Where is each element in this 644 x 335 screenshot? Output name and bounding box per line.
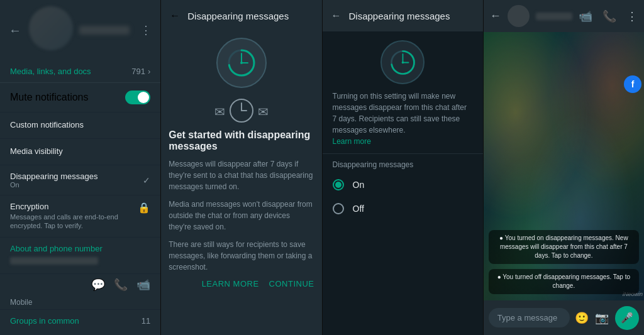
contact-info-panel: ← ⋮ Media, links, and docs 791 › Mute no… bbox=[0, 0, 161, 335]
about-phone-label: About and phone number bbox=[10, 244, 150, 253]
intro-para1: Messages will disappear after 7 days if … bbox=[169, 158, 314, 192]
disappearing-settings-header: ← Disappearing messages bbox=[323, 0, 483, 31]
disappearing-intro-header: ← Disappearing messages bbox=[161, 0, 321, 31]
more-options-icon[interactable]: ⋮ bbox=[140, 23, 152, 37]
contact-info-header: ← ⋮ bbox=[0, 0, 160, 60]
illustration-row: ✉ ✉ bbox=[161, 94, 321, 129]
disappearing-messages-row[interactable]: Disappearing messages On ✓ bbox=[0, 165, 160, 195]
disappearing-intro-content: ✉ ✉ Get started with disappearing messag… bbox=[161, 31, 321, 335]
about-phone-section[interactable]: About and phone number bbox=[0, 238, 160, 274]
intro-para2: Media and messages won't disappear from … bbox=[169, 199, 314, 233]
left-illus-icon: ✉ bbox=[214, 104, 225, 119]
chat-input-bar: Type a message 🙂 📷 🎤 bbox=[484, 300, 644, 335]
mobile-label: Mobile bbox=[0, 295, 160, 309]
disappearing-settings-panel: ← Disappearing messages Turning on this … bbox=[323, 0, 484, 335]
chat-contact-name bbox=[536, 13, 572, 20]
chat-background: ● You turned on disappearing messages. N… bbox=[484, 31, 644, 300]
message-icon[interactable]: 💬 bbox=[91, 278, 105, 292]
settings-description: Turning on this setting will make new me… bbox=[323, 91, 483, 154]
voice-call-icon[interactable]: 📞 bbox=[602, 9, 616, 23]
disappearing-intro-panel: ← Disappearing messages ✉ ✉ bbox=[161, 0, 322, 335]
radio-on-circle[interactable] bbox=[333, 179, 344, 190]
contact-name-blur bbox=[79, 26, 130, 35]
video-icon[interactable]: 📹 bbox=[136, 278, 150, 292]
settings-timer-svg bbox=[389, 48, 417, 77]
disappearing-check-icon: ✓ bbox=[143, 175, 150, 185]
disappearing-status: On bbox=[10, 181, 97, 189]
groups-in-common-row[interactable]: Groups in common 11 bbox=[0, 309, 160, 332]
radio-off-label: Off bbox=[353, 204, 364, 214]
system-msg-1: ● You turned on disappearing messages. N… bbox=[489, 230, 639, 264]
learn-more-link[interactable]: Learn more bbox=[333, 137, 371, 146]
custom-notifications-label: Custom notifications bbox=[10, 120, 150, 129]
disappearing-settings-title: Disappearing messages bbox=[349, 11, 450, 21]
intro-para3: There are still ways for recipients to s… bbox=[169, 239, 314, 273]
video-call-icon[interactable]: 📹 bbox=[579, 9, 592, 23]
media-links-count: 791 › bbox=[131, 67, 150, 76]
chat-back-icon[interactable]: ← bbox=[490, 9, 501, 23]
radio-off-circle[interactable] bbox=[333, 203, 344, 214]
encryption-row[interactable]: Encryption Messages and calls are end-to… bbox=[0, 195, 160, 238]
intro-heading: Get started with disappearing messages bbox=[169, 129, 314, 152]
disappearing-intro-title: Disappearing messages bbox=[187, 11, 289, 21]
groups-count: 11 bbox=[142, 316, 150, 326]
timer-svg bbox=[226, 47, 257, 79]
encryption-label: Encryption bbox=[10, 202, 123, 211]
back-icon[interactable]: ← bbox=[9, 23, 21, 38]
contact-avatar bbox=[29, 6, 73, 50]
system-msg-2: ● You turned off disappearing messages. … bbox=[489, 269, 639, 294]
encryption-sublabel: Messages and calls are end-to-end encryp… bbox=[10, 212, 123, 231]
chat-header-actions: 📹 📞 ⋮ bbox=[579, 9, 638, 23]
chat-header: ← 📹 📞 ⋮ bbox=[484, 0, 644, 32]
call-icon[interactable]: 📞 bbox=[114, 278, 128, 292]
media-visibility-row[interactable]: Media visibility bbox=[0, 139, 160, 165]
chat-input-field[interactable]: Type a message bbox=[489, 308, 570, 327]
chat-contact-avatar bbox=[508, 5, 530, 27]
chat-panel: ← 📹 📞 ⋮ ● You turned on disappearing mes… bbox=[484, 0, 644, 335]
disappearing-icon-large bbox=[216, 38, 267, 88]
custom-notifications-row[interactable]: Custom notifications bbox=[0, 113, 160, 139]
radio-on-label: On bbox=[353, 180, 365, 190]
media-visibility-label: Media visibility bbox=[10, 146, 150, 156]
learn-more-btn[interactable]: LEARN MORE bbox=[202, 279, 259, 288]
continue-btn[interactable]: CONTINUE bbox=[269, 279, 314, 288]
media-links-label: Media, links, and docs bbox=[10, 67, 91, 76]
settings-icon-area bbox=[323, 31, 483, 91]
sticker-icon[interactable]: 🙂 bbox=[575, 311, 589, 325]
mute-notifications-row[interactable]: Mute notifications bbox=[0, 83, 160, 113]
camera-input-icon[interactable]: 📷 bbox=[595, 311, 609, 325]
right-illus-icon: ✉ bbox=[258, 104, 269, 119]
timer-icon-circle bbox=[380, 40, 425, 84]
back-icon-p3[interactable]: ← bbox=[331, 10, 341, 21]
intro-actions: LEARN MORE CONTINUE bbox=[169, 279, 314, 288]
groups-label: Groups in common bbox=[10, 316, 79, 326]
media-links-row[interactable]: Media, links, and docs 791 › bbox=[0, 60, 160, 83]
chat-more-icon[interactable]: ⋮ bbox=[626, 9, 638, 23]
mute-toggle[interactable] bbox=[125, 91, 150, 104]
radio-on-option[interactable]: On bbox=[323, 173, 483, 197]
chat-input-placeholder: Type a message bbox=[497, 313, 557, 322]
mic-button[interactable]: 🎤 bbox=[615, 306, 639, 330]
clock-illus-icon bbox=[229, 98, 254, 123]
radio-off-option[interactable]: Off bbox=[323, 197, 483, 221]
contact-action-row: 💬 📞 📹 bbox=[0, 274, 160, 295]
chat-messages-area: ● You turned on disappearing messages. N… bbox=[484, 31, 644, 300]
lock-icon: 🔒 bbox=[138, 202, 150, 214]
back-icon-p2[interactable]: ← bbox=[170, 10, 180, 21]
facebook-icon: f bbox=[624, 75, 641, 93]
section-label: Disappearing messages bbox=[323, 154, 483, 173]
mute-label: Mute notifications bbox=[10, 92, 89, 103]
about-value-blur bbox=[10, 257, 98, 265]
chat-input-icons: 🙂 📷 🎤 bbox=[575, 306, 639, 330]
disappearing-label: Disappearing messages bbox=[10, 172, 97, 181]
